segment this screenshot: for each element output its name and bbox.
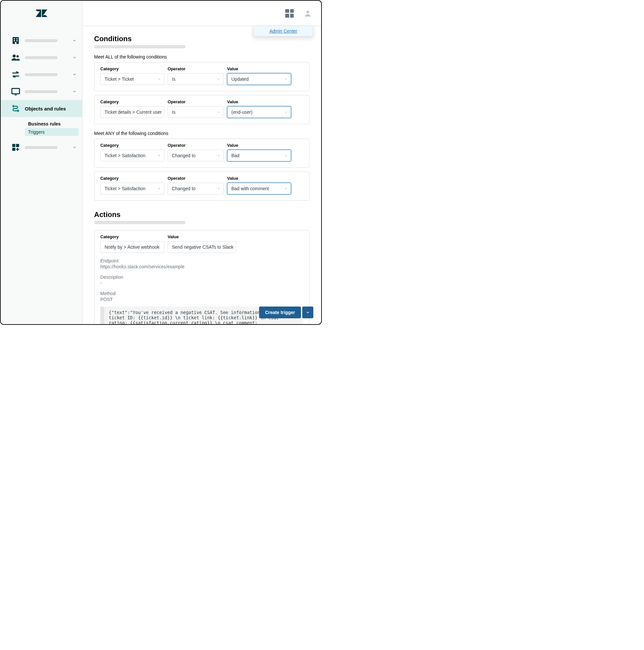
svg-point-7 — [16, 55, 18, 58]
select-action-category[interactable]: Notify by > Active webhook — [100, 241, 164, 253]
chevron-down-icon — [72, 38, 77, 43]
svg-rect-1 — [14, 38, 15, 40]
topbar — [82, 1, 321, 26]
select-value: Notify by > Active webhook — [105, 245, 159, 250]
create-trigger-dropdown[interactable] — [302, 306, 313, 318]
conditions-sub-placeholder — [94, 45, 186, 48]
chevron-down-icon — [284, 154, 288, 157]
actions-title: Actions — [94, 211, 309, 219]
nav-item-channels[interactable] — [1, 66, 82, 83]
nav-item-apps[interactable] — [1, 139, 82, 156]
monitor-icon — [11, 87, 20, 96]
content: Conditions Meet ALL of the following con… — [82, 26, 321, 324]
svg-rect-4 — [16, 40, 17, 41]
select-value: Ticket > Ticket — [105, 76, 134, 82]
building-icon — [11, 36, 20, 45]
label-value: Value — [227, 176, 291, 181]
admin-center-link[interactable]: Admin Center — [269, 29, 297, 34]
product-switcher-icon[interactable] — [285, 9, 294, 17]
select-operator[interactable]: Changed to — [167, 183, 224, 194]
nav-item-people[interactable] — [1, 49, 82, 66]
svg-rect-12 — [12, 148, 15, 151]
chevron-down-icon — [72, 72, 77, 77]
select-category[interactable]: Ticket > Satisfaction — [100, 183, 164, 194]
select-value-field[interactable]: Updated — [227, 73, 291, 85]
chevron-down-icon — [157, 154, 161, 157]
label-category: Category — [100, 143, 164, 148]
chevron-down-icon — [72, 89, 77, 94]
label-value: Value — [227, 66, 291, 71]
chevron-down-icon — [229, 245, 233, 249]
people-icon — [11, 53, 20, 62]
sub-nav-triggers[interactable]: Triggers — [25, 128, 79, 136]
nav-item-workspaces[interactable] — [1, 83, 82, 100]
create-trigger-button[interactable]: Create trigger — [259, 306, 301, 318]
label-category: Category — [100, 99, 164, 104]
arrows-horizontal-icon — [11, 70, 20, 79]
select-operator[interactable]: Changed to — [167, 150, 224, 161]
label-category: Category — [100, 66, 164, 71]
select-value: Changed to — [172, 186, 195, 191]
select-category[interactable]: Ticket details > Current user — [100, 106, 164, 118]
description-label: Description — [100, 275, 303, 280]
profile-icon[interactable] — [304, 9, 312, 17]
select-value: Bad — [231, 153, 239, 158]
method-value: POST — [100, 297, 303, 302]
admin-center-popup: Admin Center — [253, 26, 313, 37]
condition-any-2: Category Ticket > Satisfaction Operator … — [94, 172, 309, 201]
label-value: Value — [167, 234, 236, 239]
sub-nav-business-rules[interactable]: Business rules — [25, 120, 79, 128]
select-operator[interactable]: Is — [167, 106, 224, 118]
label-operator: Operator — [167, 66, 224, 71]
main: Admin Center Conditions Meet ALL of the … — [82, 1, 321, 324]
select-category[interactable]: Ticket > Satisfaction — [100, 150, 164, 161]
select-value: (end-user) — [231, 109, 253, 115]
nav-label-placeholder — [25, 56, 58, 59]
apps-add-icon — [11, 143, 20, 152]
nav-label-placeholder — [25, 39, 58, 42]
select-category[interactable]: Ticket > Ticket — [100, 73, 164, 85]
svg-rect-3 — [14, 40, 15, 41]
select-value-field[interactable]: Bad with comment — [227, 183, 291, 194]
sidebar: Objects and rules Business rules Trigger… — [1, 1, 82, 324]
label-category: Category — [100, 176, 164, 181]
select-action-value[interactable]: Send negative CSATs to Slack — [167, 241, 236, 253]
select-value: Changed to — [172, 153, 195, 158]
label-operator: Operator — [167, 143, 224, 148]
label-category: Category — [100, 234, 164, 239]
chevron-down-icon — [72, 145, 77, 150]
description-value: - — [100, 280, 303, 286]
condition-all-2: Category Ticket details > Current user O… — [94, 95, 309, 124]
select-value: Updated — [231, 76, 249, 82]
endpoint-label: Endpoint — [100, 258, 303, 263]
svg-rect-5 — [15, 42, 17, 44]
nav: Objects and rules Business rules Trigger… — [1, 26, 82, 156]
chevron-down-icon — [284, 110, 288, 114]
nav-item-account[interactable] — [1, 32, 82, 49]
chevron-down-icon — [217, 154, 220, 157]
select-value: Ticket > Satisfaction — [105, 153, 145, 158]
svg-point-6 — [13, 55, 16, 58]
svg-rect-10 — [12, 144, 15, 147]
select-value: Is — [172, 76, 176, 82]
label-operator: Operator — [167, 99, 224, 104]
footer-actions: Create trigger — [259, 306, 313, 318]
condition-all-1: Category Ticket > Ticket Operator Is — [94, 62, 309, 91]
nav-label-placeholder — [25, 146, 58, 149]
nav-item-objects-rules[interactable]: Objects and rules — [1, 100, 82, 117]
chevron-down-icon — [305, 310, 310, 315]
chevron-down-icon — [284, 77, 288, 81]
chevron-down-icon — [72, 55, 77, 60]
chevron-down-icon — [217, 77, 220, 81]
select-value: Bad with comment — [231, 186, 269, 191]
select-value-field[interactable]: (end-user) — [227, 106, 291, 118]
select-value: Ticket > Satisfaction — [105, 186, 145, 191]
logo — [1, 1, 82, 26]
label-value: Value — [227, 143, 291, 148]
chevron-down-icon — [157, 110, 161, 114]
svg-rect-2 — [16, 38, 17, 40]
select-operator[interactable]: Is — [167, 73, 224, 85]
condition-any-1: Category Ticket > Satisfaction Operator … — [94, 139, 309, 168]
select-value-field[interactable]: Bad — [227, 150, 291, 161]
svg-rect-9 — [15, 95, 17, 95]
